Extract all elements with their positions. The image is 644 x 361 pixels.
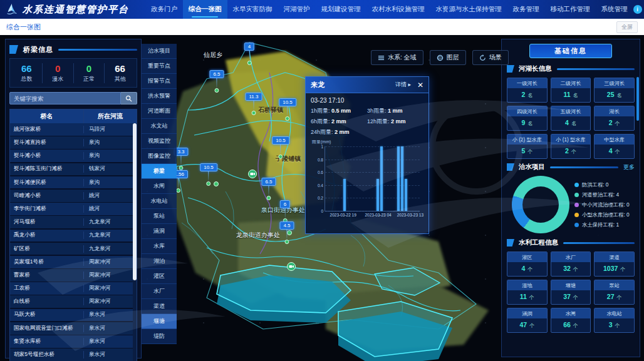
scene-button[interactable]: 场景 [472, 50, 509, 65]
table-row[interactable]: 禹龙小桥九龙泉河 [10, 230, 137, 242]
info-card-中型水库[interactable]: 中型水库4 个 [594, 134, 635, 159]
info-card-三级河长[interactable]: 三级河长25 名 [594, 78, 635, 103]
table-row[interactable]: 国家电网观音堂门口滩桥泉水河 [10, 322, 137, 335]
vertical-scrollbar[interactable] [133, 123, 137, 361]
layer-menu: 治水项目重要节点报警节点洪水预警河道断面水文站视频监控图像监控桥梁水闸水电站泵站… [142, 44, 177, 361]
nav-item-农村水利设施管理[interactable]: 农村水利设施管理 [366, 0, 430, 19]
info-card-一级河长[interactable]: 一级河长2 名 [507, 78, 548, 103]
info-card-小 (1) 型水库[interactable]: 小 (1) 型水库2 个 [551, 134, 591, 159]
water-level-marker[interactable]: 11.3 [246, 93, 262, 115]
layer-item-水闸[interactable]: 水闸 [142, 179, 177, 194]
nav-item-移动工作管理[interactable]: 移动工作管理 [545, 0, 596, 19]
info-card-二级河长[interactable]: 二级河长11 名 [551, 78, 591, 103]
panel-scrollbar[interactable] [636, 77, 639, 121]
layer-item-渠道[interactable]: 渠道 [142, 299, 177, 314]
nav-item-规划建设管理[interactable]: 规划建设管理 [316, 0, 366, 19]
water-level-marker[interactable]: 6.5 [209, 70, 224, 93]
fullscreen-button[interactable]: 全屏 [616, 21, 638, 33]
nav-item-水旱灾害防御[interactable]: 水旱灾害防御 [227, 0, 278, 19]
nav-item-综合一张图[interactable]: 综合一张图 [183, 0, 227, 19]
layer-item-湖泊[interactable]: 湖泊 [142, 254, 177, 269]
layer-item-水厂[interactable]: 水厂 [142, 284, 177, 299]
layer-item-涵洞[interactable]: 涵洞 [142, 224, 177, 239]
close-icon[interactable]: ✕ [417, 81, 423, 89]
layer-item-河道断面[interactable]: 河道断面 [142, 104, 177, 119]
info-card-涵洞[interactable]: 涵洞47 个 [507, 308, 548, 333]
water-system-filter-button[interactable]: 水系: 全域 [371, 50, 423, 65]
nav-item-河湖管护[interactable]: 河湖管护 [278, 0, 316, 19]
bridge-info-panel: 桥梁信息 66总数0漫水0正常66其他 桥名 所在河流 [5, 39, 142, 358]
user-menu[interactable]: i hhzb42080201 ∨ [633, 5, 644, 14]
table-row[interactable]: 工农桥周家冲河 [10, 282, 137, 295]
nav-item-水资源与水土保持管理[interactable]: 水资源与水土保持管理 [430, 0, 507, 19]
layer-item-水库[interactable]: 水库 [142, 239, 177, 254]
table-row[interactable]: 矿区桥九龙泉河 [10, 243, 137, 255]
info-card-湖长[interactable]: 湖长2 个 [594, 106, 635, 131]
layer-item-泵站[interactable]: 泵站 [142, 209, 177, 224]
bridge-stat-其他: 66其他 [105, 63, 135, 83]
marker-value: 6 [280, 200, 290, 208]
camera-icon[interactable] [248, 170, 257, 181]
water-level-marker[interactable]: 6 [280, 200, 290, 223]
table-row[interactable]: 白线桥周家冲河 [10, 295, 137, 308]
card-value: 47 个 [507, 318, 547, 332]
water-level-marker[interactable]: 4.5 [279, 221, 294, 244]
info-card-水闸[interactable]: 水闸66 个 [551, 308, 591, 333]
info-card-小 (2) 型水库[interactable]: 小 (2) 型水库5 个 [507, 134, 548, 159]
table-row[interactable]: 胡家5号堰拦水桥泉水河 [10, 348, 137, 361]
breadcrumb[interactable]: 综合一张图 [6, 23, 41, 32]
info-card-渠道[interactable]: 渠道1037 个 [594, 252, 635, 277]
info-card-泵站[interactable]: 泵站27 个 [594, 280, 635, 305]
camera-icon[interactable] [287, 262, 296, 273]
layer-item-水电站[interactable]: 水电站 [142, 194, 177, 209]
table-row[interactable]: 熨斗滩便民桥泉沟 [10, 176, 137, 189]
cell-river-name: 钱家河 [84, 165, 137, 173]
table-row[interactable]: 河马堰桥九龙泉河 [10, 216, 137, 228]
layer-item-报警节点[interactable]: 报警节点 [142, 74, 177, 89]
nav-item-系统管理[interactable]: 系统管理 [596, 0, 633, 19]
layer-item-灌区[interactable]: 灌区 [142, 269, 177, 284]
layers-button[interactable]: 图层 [430, 50, 466, 65]
layer-item-治水项目[interactable]: 治水项目 [142, 44, 177, 59]
cell-bridge-name: 马跃大桥 [10, 311, 84, 318]
nav-item-政务门户[interactable]: 政务门户 [145, 0, 183, 19]
layer-item-图像监控[interactable]: 图像监控 [142, 149, 177, 164]
table-row[interactable]: 熨斗滩陈玉街门滩桥钱家河 [10, 163, 137, 176]
table-row[interactable]: 熨斗滩小桥泉沟 [10, 150, 137, 162]
basic-info-tab-button[interactable]: 基础信息 [529, 44, 612, 58]
layer-item-堤防[interactable]: 堤防 [142, 329, 177, 344]
layer-item-视频监控[interactable]: 视频监控 [142, 134, 177, 149]
info-card-五级河长[interactable]: 五级河长4 名 [551, 106, 591, 131]
table-row[interactable]: 马跃大桥泉水河 [10, 309, 137, 322]
layer-item-水文站[interactable]: 水文站 [142, 119, 177, 134]
table-row[interactable]: 集贤水库桥泉水河 [10, 335, 137, 348]
info-card-水厂[interactable]: 水厂32 个 [551, 252, 591, 277]
info-card-灌区[interactable]: 灌区4 个 [507, 252, 548, 277]
water-level-marker[interactable]: 10.5 [279, 98, 296, 121]
water-level-marker[interactable]: 6.5 [261, 178, 276, 200]
water-level-marker[interactable]: 10.5 [272, 136, 289, 159]
card-label: 水厂 [551, 252, 591, 262]
layer-item-桥梁[interactable]: 桥梁 [142, 164, 177, 179]
layer-item-洪水预警[interactable]: 洪水预警 [142, 89, 177, 104]
water-level-marker[interactable]: 10.5 [200, 163, 217, 186]
water-level-marker[interactable]: 4 [244, 43, 254, 65]
info-card-堰塘[interactable]: 堰塘37 个 [551, 280, 591, 305]
table-row[interactable]: 姚河张家桥马蹄河 [10, 123, 137, 136]
search-button[interactable] [121, 92, 137, 104]
info-card-水电站[interactable]: 水电站3 个 [594, 308, 635, 333]
rain-bar [401, 146, 403, 211]
table-row[interactable]: 曹家桥周家冲河 [10, 269, 137, 282]
info-card-湿地[interactable]: 湿地11 个 [507, 280, 548, 305]
more-link[interactable]: 更多 [623, 163, 635, 171]
nav-item-政务管理[interactable]: 政务管理 [507, 0, 545, 19]
table-row[interactable]: 李学街门滩桥姚河 [10, 203, 137, 215]
search-input[interactable] [9, 92, 121, 104]
table-row[interactable]: 吴家堰1号桥周家冲河 [10, 256, 137, 268]
table-row[interactable]: 熨斗滩直跨桥泉沟 [10, 136, 137, 149]
info-card-四级河长[interactable]: 四级河长9 名 [507, 106, 548, 131]
layer-item-堰塘[interactable]: 堰塘 [142, 314, 177, 329]
popup-detail-link[interactable]: 详情 ▸ [395, 81, 411, 89]
layer-item-重要节点[interactable]: 重要节点 [142, 59, 177, 74]
table-row[interactable]: 司疃滩小桥姚河 [10, 190, 137, 202]
